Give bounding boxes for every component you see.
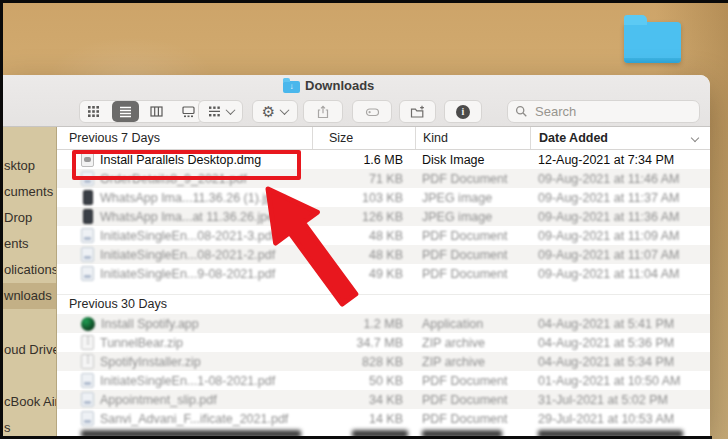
file-kind: PDF Document xyxy=(415,169,530,188)
file-date-added: 04-Aug-2021 at 5:34 PM xyxy=(530,352,710,371)
file-date-added: 09-Aug-2021 at 11:36 AM xyxy=(530,207,710,226)
file-kind: JPEG image xyxy=(415,207,530,226)
file-size: 1.2 MB xyxy=(312,314,415,333)
icon-view-button[interactable] xyxy=(80,101,108,122)
file-kind: PDF Document xyxy=(415,245,530,264)
search-field[interactable] xyxy=(507,100,700,123)
file-row[interactable]: Sanvi_Advani_F...ificate_2021.pdf 14 KB … xyxy=(57,409,710,428)
file-type-icon xyxy=(81,266,94,281)
file-row[interactable]: InitiateSingleEn...1-08-2021.pdf 50 KB P… xyxy=(57,371,710,390)
file-row[interactable]: OrderDetails8_9_2021.pdf 71 KB PDF Docum… xyxy=(57,169,710,188)
get-info-button[interactable]: i xyxy=(444,100,482,123)
sidebar-item[interactable]: oud Drive xyxy=(0,337,56,363)
file-name: OrderDetails8_9_2021.pdf xyxy=(100,172,247,186)
file-row[interactable]: InitiateSingleEn...08-2021-2.pdf 48 KB P… xyxy=(57,245,710,264)
file-name: Appointment_slip.pdf xyxy=(100,393,217,407)
column-header-kind[interactable]: Kind xyxy=(415,127,530,149)
sidebar-item[interactable]: olications xyxy=(0,257,56,283)
tags-button[interactable] xyxy=(352,100,392,123)
file-row[interactable]: WhatsApp Ima...11.36.26 (1).jpeg 103 KB … xyxy=(57,188,710,207)
file-row[interactable]: Appointment_slip.pdf 34 KB PDF Document … xyxy=(57,390,710,409)
file-size: 828 KB xyxy=(312,352,415,371)
file-date-added: 04-Aug-2021 at 5:36 PM xyxy=(530,333,710,352)
file-row[interactable]: InitiateSingleEn...9-08-2021.pdf 49 KB P… xyxy=(57,264,710,283)
screenshot-left-edge xyxy=(0,0,3,439)
file-date-added: 12-Aug-2021 at 7:34 PM xyxy=(530,150,710,169)
file-row[interactable]: SpotifyInstaller.zip 828 KB ZIP archive … xyxy=(57,352,710,371)
view-switcher xyxy=(79,100,203,123)
file-size: 48 KB xyxy=(312,226,415,245)
file-kind: PDF Document xyxy=(415,390,530,409)
file-size: 71 KB xyxy=(312,169,415,188)
file-row[interactable]: Install Parallels Desktop.dmg 1.6 MB Dis… xyxy=(57,150,710,169)
search-icon xyxy=(515,105,528,118)
file-size: 1.6 MB xyxy=(312,150,415,169)
chevron-down-icon xyxy=(225,105,235,115)
file-size: 34 KB xyxy=(312,390,415,409)
file-size: 48 KB xyxy=(312,245,415,264)
sidebar: sktopcumentsDropentsolicationswnloads ou… xyxy=(0,127,57,439)
file-name: Install Parallels Desktop.dmg xyxy=(100,153,261,167)
grid-icon xyxy=(87,105,100,118)
column-view-button[interactable] xyxy=(143,101,171,122)
sidebar-item[interactable]: cBook Air xyxy=(0,389,56,415)
search-input[interactable] xyxy=(533,103,692,120)
file-type-icon xyxy=(81,411,94,426)
file-row[interactable]: InitiateSingleEn...08-2021-3.pdf 48 KB P… xyxy=(57,226,710,245)
file-size: 103 KB xyxy=(312,188,415,207)
sidebar-item[interactable]: ents xyxy=(0,231,56,257)
column-header-size[interactable]: Size xyxy=(312,127,415,149)
file-date-added: 31-Jul-2021 at 5:02 PM xyxy=(530,390,710,409)
file-row[interactable]: WhatsApp Ima...at 11.36.26.jpeg 126 KB J… xyxy=(57,207,710,226)
window-title: Downloads xyxy=(305,78,374,93)
sidebar-item[interactable]: cuments xyxy=(0,179,56,205)
file-size: 50 KB xyxy=(312,371,415,390)
section-gap xyxy=(57,283,710,294)
file-size: 34.7 MB xyxy=(312,333,415,352)
list-view-button-selected[interactable] xyxy=(112,101,140,122)
sidebar-item[interactable]: Drop xyxy=(0,205,56,231)
title-bar[interactable]: Downloads xyxy=(0,75,710,97)
file-type-icon xyxy=(83,209,93,224)
list-icon xyxy=(119,105,132,118)
file-type-icon xyxy=(81,317,95,331)
file-row[interactable]: Install Spotify.app 1.2 MB Application 0… xyxy=(57,314,710,333)
file-name: TunnelBear.zip xyxy=(100,336,183,350)
group-by-icon xyxy=(208,105,221,118)
downloads-folder-icon xyxy=(283,81,300,93)
group-by-button[interactable] xyxy=(198,100,243,123)
gear-icon: ⚙ xyxy=(262,104,275,119)
file-size: 126 KB xyxy=(312,207,415,226)
file-kind: Disk Image xyxy=(415,150,530,169)
section-label-previous-30-days: Previous 30 Days xyxy=(57,294,710,314)
file-size: 49 KB xyxy=(312,264,415,283)
file-date-added: 04-Aug-2021 at 5:41 PM xyxy=(530,314,710,333)
sort-chevron-down-icon xyxy=(691,134,699,142)
desktop-blue-folder-icon[interactable] xyxy=(624,22,681,63)
column-header-date-added[interactable]: Date Added xyxy=(530,127,710,149)
file-name: InitiateSingleEn...1-08-2021.pdf xyxy=(100,374,275,388)
screenshot-stage: Downloads xyxy=(0,0,728,439)
file-kind: ZIP archive xyxy=(415,352,530,371)
file-type-icon xyxy=(81,171,94,186)
file-name: WhatsApp Ima...11.36.26 (1).jpeg xyxy=(100,191,286,205)
new-folder-button[interactable] xyxy=(399,100,436,123)
file-type-icon xyxy=(81,373,94,388)
file-row[interactable]: TunnelBear.zip 34.7 MB ZIP archive 04-Au… xyxy=(57,333,710,352)
toolbar: ⚙ xyxy=(0,97,710,126)
tag-icon xyxy=(365,105,380,119)
file-type-icon xyxy=(81,228,94,243)
file-type-icon xyxy=(81,152,94,167)
column-header-row: Previous 7 Days Size Kind Date Added xyxy=(57,127,710,150)
share-button[interactable] xyxy=(303,100,343,123)
file-date-added: 09-Aug-2021 at 11:04 AM xyxy=(530,264,710,283)
file-size: 14 KB xyxy=(312,409,415,428)
sidebar-item[interactable]: sktop xyxy=(0,153,56,179)
sidebar-item[interactable]: wnloads xyxy=(0,283,56,309)
file-date-added: 09-Aug-2021 at 11:07 AM xyxy=(530,245,710,264)
file-kind: PDF Document xyxy=(415,264,530,283)
action-menu-button[interactable]: ⚙ xyxy=(252,100,298,123)
file-list-area: Previous 7 Days Size Kind Date Added Ins… xyxy=(57,127,710,439)
file-name: InitiateSingleEn...08-2021-2.pdf xyxy=(100,248,275,262)
file-type-icon xyxy=(81,392,94,407)
